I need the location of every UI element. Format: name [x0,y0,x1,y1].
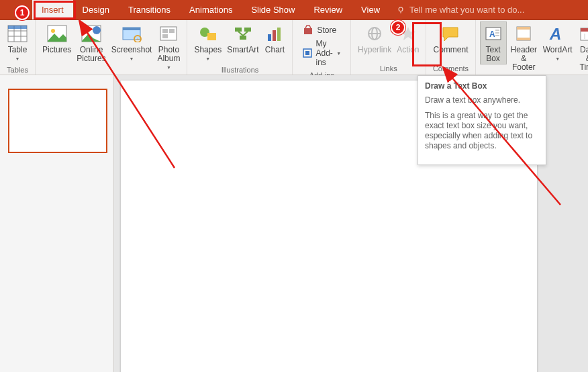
svg-rect-14 [123,28,140,30]
chart-icon [264,23,285,44]
group-tables: Table▼ Tables [0,20,36,75]
date-time-button[interactable]: Date &Time [574,21,588,73]
svg-rect-25 [240,36,246,40]
svg-rect-44 [517,27,530,30]
svg-rect-31 [304,28,312,34]
tooltip-line1: Draw a text box anywhere. [425,95,539,105]
tooltip-line2: This is a great way to get the exact tex… [425,111,539,151]
action-icon [397,23,419,44]
svg-rect-48 [581,28,588,32]
svg-text:A: A [489,30,495,39]
chart-button[interactable]: Chart [261,21,288,56]
slide-thumbnail-1[interactable] [8,89,107,153]
chevron-down-icon: ▼ [555,54,560,63]
photo-album-button[interactable]: PhotoAlbum ▼ [154,21,183,73]
action-button[interactable]: Action [394,21,422,56]
group-comments: Comment Comments [426,20,475,75]
svg-rect-24 [244,28,251,32]
store-button[interactable]: Store [299,23,344,38]
svg-line-27 [243,32,248,36]
lightbulb-icon [396,5,405,15]
shapes-icon [197,23,219,44]
svg-rect-29 [273,30,276,41]
tab-transitions[interactable]: Transitions [119,0,180,19]
group-tables-label: Tables [4,64,31,76]
comment-button[interactable]: Comment [430,21,471,56]
date-time-label2: Time [580,63,588,72]
tab-animations[interactable]: Animations [180,0,242,19]
group-comments-label: Comments [430,63,471,75]
svg-rect-20 [162,34,168,38]
chevron-down-icon: ▼ [157,63,180,72]
chevron-down-icon: ▼ [130,54,134,63]
svg-rect-45 [517,38,530,40]
chart-label: Chart [265,46,285,54]
myaddins-icon [302,47,313,59]
shapes-button[interactable]: Shapes▼ [191,21,224,64]
group-illustrations: Shapes▼ SmartArt Chart Illustrations [187,20,293,75]
smartart-icon [232,23,254,44]
svg-rect-19 [169,29,175,33]
tab-slideshow[interactable]: Slide Show [242,0,304,19]
ribbon-insert: Table▼ Tables Pictures OnlinePictures + … [0,20,588,75]
wordart-button[interactable]: A WordArt▼ [541,21,574,64]
online-pictures-label2: Pictures [77,54,105,63]
svg-point-12 [93,26,101,34]
comment-label: Comment [433,46,468,54]
wordart-icon: A [547,23,569,44]
smartart-button[interactable]: SmartArt [224,21,261,56]
table-label: Table [8,46,28,54]
wordart-label: WordArt [543,46,573,54]
myaddins-button[interactable]: My Add-ins ▼ [299,38,344,68]
tooltip-textbox: Draw a Text Box Draw a text box anywhere… [418,75,546,165]
header-footer-icon [513,23,534,44]
svg-text:A: A [549,25,561,42]
action-label: Action [397,46,419,54]
date-time-label1: Date & [577,46,588,63]
group-illustrations-label: Illustrations [191,64,288,76]
chevron-down-icon: ▼ [205,54,210,63]
store-label: Store [317,26,336,35]
shapes-label: Shapes [194,46,222,54]
date-time-icon [578,23,588,44]
svg-rect-18 [162,29,168,33]
pictures-button[interactable]: Pictures [40,21,74,56]
tell-me-search[interactable]: Tell me what you want to do... [396,0,524,19]
screenshot-button[interactable]: + Screenshot▼ [109,21,155,64]
tab-insert[interactable]: Insert [32,0,73,19]
table-icon [7,23,28,44]
tab-view[interactable]: View [352,0,389,19]
online-pictures-button[interactable]: OnlinePictures [74,21,108,64]
hyperlink-label: Hyperlink [358,46,391,54]
chevron-down-icon: ▼ [336,51,341,56]
hyperlink-icon [364,23,385,44]
svg-point-11 [85,29,89,33]
photo-album-icon [158,23,179,44]
group-images: Pictures OnlinePictures + Screenshot▼ Ph… [36,20,187,75]
textbox-label2: Box [486,54,500,63]
textbox-icon: A [483,23,504,44]
tell-me-placeholder: Tell me what you want to do... [409,5,524,15]
textbox-button[interactable]: A TextBox [480,21,507,64]
myaddins-label: My Add-ins [315,39,334,67]
svg-marker-37 [401,27,415,40]
tab-design[interactable]: Design [73,0,119,19]
tab-review[interactable]: Review [304,0,352,19]
svg-point-0 [399,7,403,11]
svg-line-26 [238,32,243,36]
ribbon-tabbar: Insert Design Transitions Animations Sli… [0,0,588,20]
svg-rect-23 [235,28,242,32]
group-links: Hyperlink Action Links [351,20,426,75]
hyperlink-button[interactable]: Hyperlink [355,21,394,56]
svg-point-9 [51,29,55,33]
svg-rect-33 [305,51,309,55]
slide-thumbnail-panel[interactable] [0,75,114,372]
svg-rect-28 [268,34,271,41]
group-text: A TextBox Header& Footer A WordArt▼ Date… [476,20,589,75]
online-pictures-icon [81,23,102,44]
header-footer-label2: & Footer [509,54,538,72]
svg-rect-30 [277,28,281,41]
svg-text:+: + [136,36,140,42]
header-footer-button[interactable]: Header& Footer [507,21,541,73]
table-button[interactable]: Table▼ [4,21,31,64]
